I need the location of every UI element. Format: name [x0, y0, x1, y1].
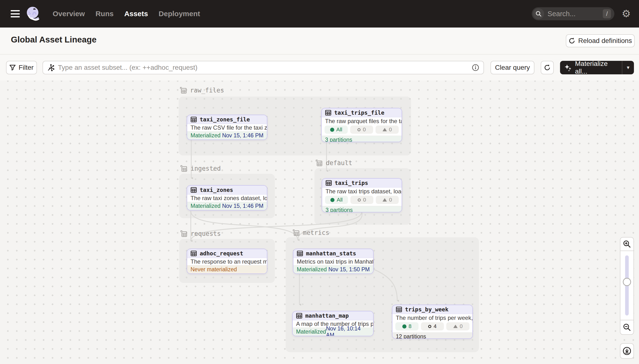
asset-description: The response to an request made in th...: [187, 258, 267, 265]
asset-node-taxi-trips[interactable]: taxi_trips The raw taxi trips dataset, l…: [322, 178, 402, 212]
dagster-logo-icon[interactable]: [26, 6, 40, 21]
status-badge: Materialized: [191, 203, 221, 209]
stale-partitions-badge[interactable]: 0: [376, 196, 399, 204]
materialization-timestamp[interactable]: Nov 15, 1:50 PM: [328, 266, 370, 273]
group-label-raw-files[interactable]: raw_files: [179, 86, 224, 94]
missing-partitions-badge[interactable]: 4: [421, 322, 444, 330]
global-search[interactable]: Search... /: [532, 7, 614, 20]
dagster-global-asset-lineage: Overview Runs Assets Deployment Search..…: [0, 0, 639, 364]
zoom-in-button[interactable]: [620, 237, 634, 251]
table-icon: [191, 116, 197, 122]
top-navbar: Overview Runs Assets Deployment Search..…: [0, 0, 639, 28]
stale-partitions-badge[interactable]: 0: [376, 126, 399, 134]
stale-partitions-badge[interactable]: 0: [446, 322, 469, 330]
partition-health-badges: 8 4 0: [392, 322, 472, 332]
asset-name: manhattan_stats: [306, 250, 356, 256]
materialize-dropdown-caret[interactable]: ▾: [622, 61, 634, 74]
asset-name: manhattan_map: [305, 312, 349, 319]
group-label-ingested[interactable]: ingested: [180, 164, 221, 172]
materialization-timestamp[interactable]: Nov 15, 1:46 PM: [222, 132, 263, 139]
asset-group-icon: [180, 164, 188, 172]
asset-node-trips-by-week[interactable]: trips_by_week The number of trips per we…: [392, 304, 473, 339]
lineage-canvas[interactable]: raw_files ingested default requests metr…: [0, 80, 639, 364]
table-icon: [326, 180, 332, 186]
nav-assets[interactable]: Assets: [124, 10, 148, 18]
materialize-all-button[interactable]: Materialize all... ▾: [560, 61, 634, 74]
search-placeholder: Search...: [547, 10, 603, 18]
table-icon: [191, 187, 197, 193]
filter-button[interactable]: Filter: [6, 61, 37, 74]
asset-node-taxi-zones-file[interactable]: taxi_zones_file The raw CSV file for the…: [187, 115, 267, 140]
materialized-dot-icon: [330, 198, 334, 202]
reload-definitions-button[interactable]: Reload definitions: [566, 34, 635, 47]
nav-overview[interactable]: Overview: [53, 10, 85, 18]
asset-node-manhattan-stats[interactable]: manhattan_stats Metrics on taxi trips in…: [293, 248, 374, 274]
asset-description: The raw taxi trips dataset, loaded into …: [322, 188, 402, 195]
materialized-dot-icon: [330, 128, 334, 132]
materialization-timestamp[interactable]: Nov 15, 1:46 PM: [222, 203, 263, 209]
asset-query-inputgroup: [43, 61, 484, 74]
missing-partitions-badge[interactable]: 0: [350, 126, 373, 134]
asset-group-icon: [179, 86, 187, 94]
asset-node-adhoc-request[interactable]: adhoc_request The response to an request…: [187, 248, 267, 274]
materialized-partitions-badge[interactable]: All: [325, 126, 348, 134]
main-nav: Overview Runs Assets Deployment: [53, 10, 200, 18]
materialized-partitions-badge[interactable]: 8: [395, 322, 418, 330]
settings-gear-icon[interactable]: ⚙: [621, 9, 631, 19]
sparkles-icon: [564, 64, 572, 72]
lineage-toolbar: Filter Clear query: [0, 54, 639, 80]
asset-node-manhattan-map[interactable]: manhattan_map A map of the number of tri…: [292, 311, 374, 336]
download-view-button[interactable]: [620, 343, 634, 359]
asset-description: The raw parquet files for the taxi trips…: [322, 117, 402, 125]
refresh-query-button[interactable]: [541, 61, 554, 74]
status-badge: Materialized: [191, 132, 221, 139]
stale-triangle-icon: [383, 128, 387, 131]
nav-deployment[interactable]: Deployment: [159, 10, 200, 18]
asset-group-icon: [292, 229, 300, 236]
partition-health-badges: All 0 0: [322, 195, 402, 206]
missing-ring-icon: [357, 128, 361, 131]
table-icon: [191, 250, 197, 256]
zoom-slider-thumb[interactable]: [623, 278, 631, 286]
clear-query-button[interactable]: Clear query: [490, 61, 534, 74]
info-icon[interactable]: [472, 64, 479, 71]
asset-group-icon: [315, 159, 323, 167]
asset-description: The raw CSV file for the taxi zones dat.…: [187, 124, 267, 131]
filter-funnel-icon: [10, 64, 16, 71]
materialization-timestamp[interactable]: Nov 16, 10:14 AM: [326, 326, 370, 336]
group-label-metrics[interactable]: metrics: [292, 229, 329, 236]
table-icon: [396, 306, 402, 312]
zoom-slider[interactable]: [620, 250, 634, 320]
zoom-out-button[interactable]: [620, 320, 634, 335]
partitions-count: 3 partitions: [325, 136, 352, 142]
table-icon: [325, 110, 331, 116]
missing-ring-icon: [358, 198, 361, 202]
materialized-dot-icon: [402, 324, 406, 328]
asset-name: taxi_zones_file: [200, 116, 250, 122]
group-label-default[interactable]: default: [315, 159, 352, 167]
status-badge: Materialized: [297, 266, 327, 273]
asset-description: Metrics on taxi trips in Manhattan: [293, 258, 373, 265]
asset-name: trips_by_week: [405, 306, 448, 312]
table-icon: [297, 250, 303, 256]
table-icon: [296, 312, 302, 319]
partitions-count: 12 partitions: [396, 333, 426, 339]
page-title: Global Asset Lineage: [11, 35, 97, 44]
asset-graph-icon: [47, 64, 55, 71]
asset-name: taxi_trips_file: [334, 110, 384, 116]
asset-name: taxi_trips: [335, 180, 368, 186]
page-header: Global Asset Lineage Reload definitions: [0, 28, 639, 54]
nav-runs[interactable]: Runs: [95, 10, 114, 18]
zoom-in-icon: [623, 240, 631, 248]
asset-node-taxi-zones[interactable]: taxi_zones The raw taxi zones dataset, l…: [187, 185, 267, 210]
download-icon: [622, 346, 631, 356]
asset-node-taxi-trips-file[interactable]: taxi_trips_file The raw parquet files fo…: [321, 108, 402, 142]
refresh-icon: [568, 38, 575, 44]
materialized-partitions-badge[interactable]: All: [325, 196, 348, 204]
group-label-requests[interactable]: requests: [180, 230, 221, 238]
partition-health-badges: All 0 0: [322, 125, 402, 136]
hamburger-menu-icon[interactable]: [11, 10, 20, 18]
stale-triangle-icon: [453, 325, 458, 328]
missing-partitions-badge[interactable]: 0: [350, 196, 373, 204]
asset-subset-input[interactable]: [58, 64, 472, 72]
